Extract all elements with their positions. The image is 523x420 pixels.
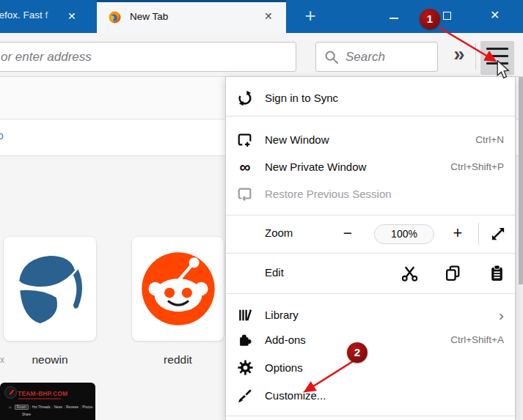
- menu-item-label: New Private Window: [265, 161, 450, 173]
- top-site-label: reddit: [132, 353, 224, 366]
- overflow-chevrons-icon[interactable]: »: [445, 39, 474, 71]
- menu-separator: [226, 116, 515, 117]
- menu-item-new-private-window[interactable]: ∞ New Private Window Ctrl+Shift+P: [226, 153, 515, 180]
- library-icon: [236, 306, 254, 324]
- customize-brush-icon: [236, 387, 254, 405]
- hamburger-menu-panel: Sign in to Sync New Window Ctrl+N ∞ New …: [225, 76, 516, 420]
- firefox-logo-icon: [108, 10, 122, 24]
- menu-row-edit: Edit: [226, 260, 515, 287]
- edit-label: Edit: [265, 266, 284, 279]
- newtab-search-text-fragment: o: [0, 130, 4, 141]
- menu-separator: [226, 253, 515, 254]
- menu-item-label: Library: [265, 309, 499, 321]
- sync-icon: [236, 89, 254, 107]
- url-bar[interactable]: [0, 42, 296, 72]
- hamburger-menu-button[interactable]: [480, 41, 514, 75]
- zoom-out-button[interactable]: −: [337, 223, 358, 245]
- url-input[interactable]: [0, 43, 296, 71]
- zoom-level-value[interactable]: 100%: [374, 224, 434, 244]
- menu-item-label: New Window: [265, 133, 475, 146]
- new-window-icon: [236, 131, 254, 149]
- menu-item-label: Options: [265, 361, 504, 374]
- teambhp-tagline: [18, 398, 61, 399]
- tab-new-tab[interactable]: New Tab ✕: [97, 0, 286, 33]
- search-icon: [324, 50, 339, 65]
- menu-separator: [226, 293, 515, 294]
- titlebar: refox. Fast f ✕ New Tab ✕ + ✕: [0, 0, 523, 33]
- menu-item-sign-in-to-sync[interactable]: Sign in to Sync: [226, 84, 515, 111]
- menu-item-shortcut: Ctrl+N: [475, 134, 504, 145]
- reddit-logo-icon: [139, 249, 218, 328]
- new-tab-button[interactable]: +: [299, 4, 321, 29]
- top-site-tile-reddit[interactable]: [132, 237, 224, 341]
- hamburger-icon: [486, 55, 508, 57]
- cut-icon[interactable]: [401, 264, 420, 283]
- menu-item-shortcut: Ctrl+Shift+P: [450, 161, 504, 172]
- menu-separator: [226, 215, 515, 215]
- teambhp-nav-item: Reviews: [66, 405, 78, 409]
- menu-item-label: Restore Previous Session: [265, 188, 504, 200]
- tab-close-icon[interactable]: ✕: [264, 10, 273, 22]
- menu-item-label: Customize...: [265, 389, 504, 402]
- menu-item-add-ons[interactable]: Add-ons Ctrl+Shift+A: [226, 326, 515, 353]
- addons-icon: [236, 331, 254, 349]
- menu-item-library[interactable]: Library ›: [226, 301, 515, 328]
- teambhp-nav-item: Hot Threads: [32, 405, 51, 409]
- teambhp-nav-item: Forum: [15, 405, 29, 410]
- toolbar-divider: [475, 43, 476, 70]
- menu-item-options[interactable]: Options: [226, 354, 515, 381]
- tab-title: New Tab: [130, 11, 168, 22]
- search-bar[interactable]: [315, 42, 438, 72]
- teambhp-nav-item: News: [54, 405, 62, 409]
- fullscreen-icon[interactable]: [489, 224, 508, 243]
- navigation-toolbar: »: [0, 33, 523, 77]
- top-site-label-fragment: x: [0, 355, 4, 365]
- tab-title-fade: [43, 0, 66, 33]
- home-icon: ⌂: [9, 405, 12, 409]
- top-site-label: neowin: [4, 353, 96, 366]
- restore-session-icon: [236, 185, 254, 203]
- private-window-icon: ∞: [236, 158, 254, 176]
- teambhp-logo-text: TEAM-BHP.COM: [18, 390, 67, 397]
- browser-window: refox. Fast f ✕ New Tab ✕ + ✕: [0, 0, 523, 420]
- menu-row-zoom: Zoom − 100% +: [226, 221, 515, 248]
- menu-item-label: Sign in to Sync: [265, 92, 504, 104]
- chevron-right-icon: ›: [499, 308, 504, 323]
- options-gear-icon: [236, 359, 254, 377]
- zoom-row-divider: [478, 223, 479, 245]
- zoom-in-button[interactable]: +: [447, 222, 468, 244]
- menu-item-shortcut: Ctrl+Shift+A: [450, 334, 504, 345]
- copy-icon[interactable]: [444, 264, 463, 283]
- teambhp-nav-item: Photos: [82, 405, 92, 409]
- menu-separator: [226, 416, 515, 416]
- teambhp-nav: ⌂Forum|Hot Threads|News|Reviews|Photos: [9, 405, 94, 409]
- tab-close-icon[interactable]: ✕: [67, 10, 76, 23]
- menu-item-new-window[interactable]: New Window Ctrl+N: [226, 126, 515, 153]
- menu-item-restore-previous-session: Restore Previous Session: [226, 180, 515, 207]
- menu-item-customize[interactable]: Customize...: [226, 382, 515, 409]
- close-icon[interactable]: ✕: [490, 8, 500, 22]
- top-site-tile-neowin[interactable]: [4, 237, 96, 341]
- tab-firefox-background[interactable]: refox. Fast f ✕: [0, 0, 97, 33]
- top-site-tile-teambhp-thumbnail[interactable]: TEAM-BHP.COM ⌂Forum|Hot Threads|News|Rev…: [0, 383, 95, 420]
- paste-icon[interactable]: [488, 264, 507, 283]
- neowin-logo-icon: [10, 248, 90, 329]
- minimize-icon[interactable]: [389, 18, 398, 19]
- speedometer-icon: [4, 386, 17, 399]
- menu-item-label: Add-ons: [265, 334, 450, 346]
- zoom-label: Zoom: [265, 226, 293, 239]
- teambhp-nav-item: Share: [22, 413, 31, 416]
- maximize-icon[interactable]: [443, 12, 451, 20]
- hamburger-icon: [486, 48, 508, 50]
- page-scrollbar-thumb[interactable]: [519, 77, 523, 284]
- hamburger-icon: [486, 62, 508, 65]
